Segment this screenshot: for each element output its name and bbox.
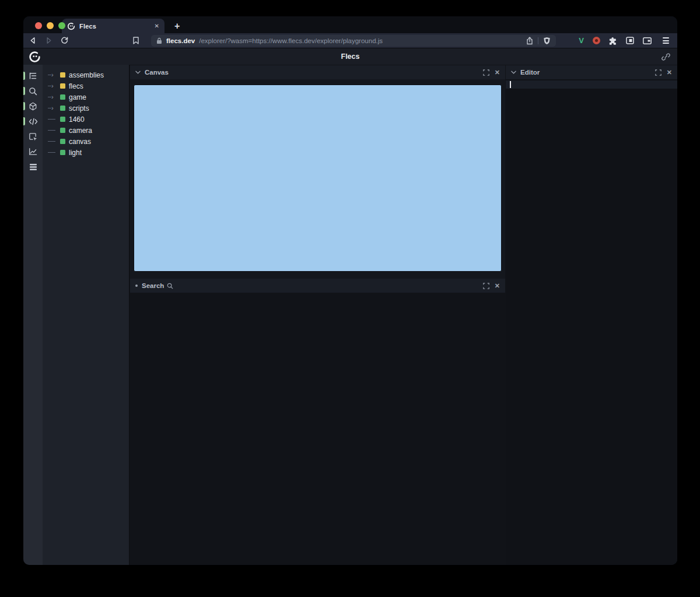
tree-item-label: flecs (69, 82, 83, 90)
canvas-surface[interactable] (134, 85, 502, 272)
tree-item-scripts[interactable]: › scripts (43, 103, 129, 114)
inspect-icon (29, 132, 37, 141)
sidebar-item-queries[interactable] (23, 159, 43, 174)
tree-icon (29, 72, 37, 80)
brave-shield-icon[interactable] (543, 37, 551, 45)
close-window-button[interactable] (35, 22, 42, 29)
sidebar-item-code[interactable] (23, 114, 43, 129)
tree-item-1460[interactable]: › 1460 (43, 114, 129, 125)
fullscreen-icon[interactable] (483, 283, 489, 289)
chart-icon (29, 148, 37, 156)
page-title: Flecs (23, 52, 677, 61)
entity-color-square (60, 128, 65, 133)
bookmark-icon[interactable] (132, 37, 139, 44)
leaf-connector: › (48, 152, 57, 153)
url-domain: flecs.dev (166, 37, 195, 44)
canvas-body (130, 79, 505, 279)
url-bar[interactable]: flecs.dev /explorer/?wasm=https://www.fl… (151, 35, 556, 47)
traffic-lights (35, 22, 65, 29)
expand-arrow-icon[interactable]: › (48, 83, 57, 89)
new-tab-button[interactable]: + (174, 19, 180, 33)
menu-icon[interactable] (663, 37, 669, 44)
tree-item-label: assemblies (69, 71, 104, 79)
entity-color-square (60, 94, 65, 100)
sidebar-item-entities[interactable] (23, 99, 43, 114)
vue-devtools-icon[interactable]: V (579, 37, 584, 44)
url-path: /explorer/?wasm=https://www.flecs.dev/ex… (199, 37, 383, 44)
tree-item-camera[interactable]: › camera (43, 125, 129, 136)
tree-item-label: scripts (69, 104, 89, 113)
sidebar-item-tree[interactable] (23, 68, 43, 83)
expand-arrow-icon[interactable]: › (48, 72, 57, 78)
tab-strip: Flecs ✕ + (23, 16, 677, 33)
chevron-down-icon[interactable] (511, 71, 516, 74)
collapsed-dot-icon[interactable] (135, 285, 138, 287)
sidebar-item-stats[interactable] (23, 144, 43, 159)
panel-title: Search (142, 282, 164, 289)
tree-item-label: game (69, 93, 86, 101)
browser-toolbar: flecs.dev /explorer/?wasm=https://www.fl… (23, 33, 677, 48)
back-icon[interactable] (29, 37, 37, 44)
entity-color-square (60, 150, 65, 155)
app-header: Flecs (23, 48, 677, 65)
chevron-down-icon[interactable] (135, 71, 141, 74)
panel-title: Editor (520, 69, 540, 76)
entity-color-square (60, 72, 65, 78)
expand-arrow-icon[interactable]: › (48, 94, 57, 100)
tree-item-game[interactable]: › game (43, 92, 129, 103)
entity-color-square (60, 106, 65, 111)
zoom-window-button[interactable] (58, 22, 65, 29)
expand-arrow-icon[interactable]: › (48, 105, 57, 111)
tree-item-label: light (69, 149, 82, 157)
tree-item-flecs[interactable]: › flecs (43, 80, 129, 92)
canvas-panel: Canvas ✕ (130, 65, 505, 279)
tree-item-assemblies[interactable]: › assemblies (43, 69, 129, 80)
browser-tab[interactable]: Flecs ✕ (62, 19, 164, 33)
browser-window: Flecs ✕ + flecs.dev /explorer/?wasm=http… (23, 16, 677, 565)
magnifier-icon (167, 283, 173, 289)
tree-item-light[interactable]: › light (43, 147, 129, 158)
entity-color-square (60, 117, 65, 122)
close-icon[interactable]: ✕ (495, 283, 500, 289)
close-icon[interactable]: ✕ (667, 69, 672, 76)
red-extension-icon[interactable] (593, 37, 600, 44)
tree-item-label: camera (69, 127, 92, 135)
editor-panel-header: Editor ✕ (506, 65, 677, 79)
entity-color-square (60, 83, 65, 89)
share-icon[interactable] (526, 37, 533, 45)
canvas-panel-header: Canvas ✕ (130, 65, 505, 79)
tree-item-label: canvas (69, 138, 91, 146)
sidebar-toggle-icon[interactable] (626, 37, 634, 44)
sidebar-item-inspect[interactable] (23, 129, 43, 144)
tree-item-canvas[interactable]: › canvas (43, 136, 129, 147)
reload-icon[interactable] (61, 37, 68, 44)
search-panel-header: Search ✕ (130, 279, 505, 293)
forward-icon[interactable] (45, 37, 52, 44)
search-panel: Search ✕ (130, 279, 505, 293)
leaf-connector: › (48, 130, 57, 131)
queries-icon (29, 163, 37, 171)
extensions-puzzle-icon[interactable] (609, 37, 617, 45)
cube-icon (29, 102, 37, 111)
close-icon[interactable]: ✕ (495, 69, 500, 76)
tool-sidebar (23, 65, 43, 565)
fullscreen-icon[interactable] (483, 69, 489, 76)
editor-input[interactable] (506, 80, 677, 89)
main-area: Canvas ✕ Search (129, 65, 677, 565)
tree-item-label: 1460 (69, 115, 85, 124)
tab-close-icon[interactable]: ✕ (155, 23, 159, 29)
sidebar-item-search[interactable] (23, 83, 43, 99)
divider (538, 37, 538, 44)
text-caret (510, 81, 511, 88)
search-icon (29, 87, 37, 96)
entity-tree: › assemblies › flecs › game › scripts › (43, 65, 129, 565)
fullscreen-icon[interactable] (655, 69, 662, 76)
minimize-window-button[interactable] (47, 22, 54, 29)
editor-panel: Editor ✕ (506, 65, 677, 565)
wallet-icon[interactable] (643, 37, 652, 44)
share-link-icon[interactable] (662, 52, 670, 61)
code-icon (29, 118, 38, 125)
entity-color-square (60, 139, 65, 144)
leaf-connector: › (48, 141, 57, 142)
favicon (67, 22, 75, 30)
